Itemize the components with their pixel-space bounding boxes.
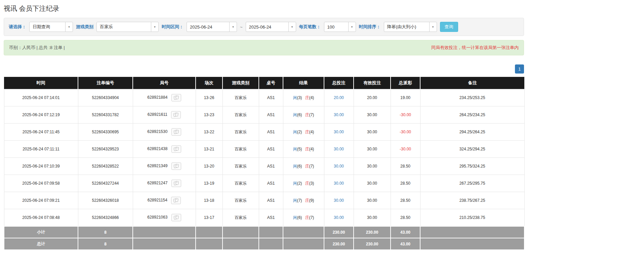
date-to-select[interactable]: 2025-06-24 ▾: [246, 22, 296, 32]
cell-result: 闲(6) 庄(7): [283, 106, 324, 124]
cell-bet-id: 522604324866: [78, 209, 133, 227]
round-id-text: 628921154: [148, 198, 167, 202]
view-result-button[interactable]: [171, 145, 181, 153]
cell-game-type: 百家乐: [223, 209, 259, 227]
cell-valid-bet: 30.00: [354, 141, 391, 158]
cards-icon: [174, 147, 179, 151]
cell-note: 295.75/324.25: [420, 158, 524, 175]
footer-cell: [223, 226, 259, 238]
search-button[interactable]: 查询: [440, 22, 458, 32]
view-result-button[interactable]: [171, 94, 181, 101]
footer-cell: 8: [78, 226, 133, 238]
mode-label: 请选择：: [9, 24, 26, 30]
cell-payout: -30.00: [391, 124, 420, 141]
column-header: 有效投注: [354, 77, 391, 89]
date-from-value: 2025-06-24: [187, 25, 215, 30]
cards-icon: [174, 95, 179, 100]
date-from-select[interactable]: 2025-06-24 ▾: [187, 22, 237, 32]
cards-icon: [173, 112, 178, 117]
total-bet-link[interactable]: 30.00: [334, 147, 344, 151]
view-result-button[interactable]: [171, 128, 181, 136]
cell-round-id: 628921438: [133, 141, 196, 158]
chevron-down-icon: ▾: [348, 22, 356, 32]
result-banker-score: (7): [309, 164, 314, 169]
cell-round-id: 628921247: [133, 175, 196, 192]
table-head: 时间注单编号局号场次游戏类别桌号结果总投注有效投注总派彩备注: [4, 77, 524, 89]
footer-cell: 43.00: [391, 238, 420, 249]
view-result-button[interactable]: [171, 163, 181, 170]
summary-bar: 币别：人民币 | 总共 :8 注单 | 同局有效投注，统一计算在该局第一张注单内: [4, 40, 524, 55]
cell-time: 2025-06-24 07:11:11: [4, 141, 78, 158]
cell-result: 闲(3) 庄(4): [283, 89, 324, 106]
per-page-select[interactable]: 100 ▾: [324, 22, 356, 32]
cell-valid-bet: 30.00: [354, 192, 391, 209]
game-type-select[interactable]: 百家乐 ▾: [96, 22, 159, 32]
cell-result: 闲(5) 庄(4): [283, 141, 324, 158]
column-header: 游戏类别: [223, 77, 259, 89]
cell-table-no: AS1: [259, 192, 283, 209]
total-bet-link[interactable]: 30.00: [334, 130, 344, 134]
cell-note: 294.25/264.25: [420, 124, 524, 141]
cell-table-no: AS1: [259, 89, 283, 106]
cards-icon: [173, 198, 178, 202]
table-row: 2025-06-24 07:11:45 522604330695 6289215…: [4, 124, 524, 141]
view-result-button[interactable]: [171, 180, 181, 187]
cell-round-id: 628921154: [133, 192, 196, 209]
cell-bet-id: 522604328522: [78, 158, 133, 175]
footer-cell: 8: [78, 238, 133, 249]
column-header: 总派彩: [391, 77, 420, 89]
total-bet-link[interactable]: 30.00: [334, 181, 344, 186]
cell-round-id: 628921884: [133, 89, 196, 106]
view-result-button[interactable]: [171, 197, 181, 204]
result-banker-score: (7): [309, 215, 314, 220]
total-bet-link[interactable]: 30.00: [334, 198, 344, 203]
total-bet-link[interactable]: 30.00: [334, 164, 344, 169]
table-row: 2025-06-24 07:10:39 522604328522 6289213…: [4, 158, 524, 175]
result-banker-label: 庄: [305, 112, 309, 117]
result-player-label: 闲: [293, 112, 297, 117]
view-result-button[interactable]: [171, 214, 181, 221]
result-player-label: 闲: [293, 95, 297, 100]
round-id-text: 628921247: [147, 181, 167, 185]
result-player-label: 闲: [293, 198, 297, 203]
cell-result: 闲(6) 庄(7): [283, 209, 324, 227]
query-mode-select[interactable]: 日期查询 ▾: [29, 22, 73, 32]
table-body: 2025-06-24 07:14:01 522604334904 6289218…: [4, 89, 524, 250]
table-row: 2025-06-24 07:14:01 522604334904 6289218…: [4, 89, 524, 106]
footer-cell: 小计: [4, 226, 78, 238]
footer-cell: [283, 238, 324, 249]
total-bet-link[interactable]: 30.00: [334, 215, 344, 220]
cell-result: 闲(2) 庄(3): [283, 175, 324, 192]
result-player-score: (2): [297, 130, 302, 134]
result-banker-score: (7): [309, 112, 314, 117]
column-header: 时间: [4, 77, 78, 89]
result-banker-score: (4): [309, 147, 314, 151]
cell-time: 2025-06-24 07:11:45: [4, 124, 78, 141]
cell-session: 13-23: [196, 106, 223, 124]
cell-valid-bet: 30.00: [354, 209, 391, 227]
result-banker-label: 庄: [305, 130, 309, 134]
table-row: 2025-06-24 07:12:19 522604331782 6289216…: [4, 106, 524, 124]
cell-table-no: AS1: [259, 175, 283, 192]
cell-round-id: 628921063: [133, 209, 196, 227]
game-type-value: 百家乐: [97, 24, 116, 30]
result-player-label: 闲: [293, 215, 297, 220]
sort-select[interactable]: 降幂(由大到小) ▾: [384, 22, 437, 32]
cell-table-no: AS1: [259, 124, 283, 141]
cell-valid-bet: 30.00: [354, 158, 391, 175]
total-bet-link[interactable]: 30.00: [334, 112, 344, 117]
result-banker-score: (4): [309, 95, 314, 100]
cell-time: 2025-06-24 07:14:01: [4, 89, 78, 106]
footer-cell: [283, 226, 324, 238]
page-button[interactable]: 1: [515, 64, 524, 74]
cell-game-type: 百家乐: [223, 192, 259, 209]
cell-session: 13-26: [196, 89, 223, 106]
result-banker-label: 庄: [305, 147, 309, 151]
chevron-down-icon: ▾: [229, 22, 237, 32]
footer-cell: 230.00: [324, 226, 354, 238]
total-bet-link[interactable]: 20.00: [334, 95, 344, 100]
cell-session: 13-21: [196, 141, 223, 158]
cell-bet-id: 522604334904: [78, 89, 133, 106]
cell-session: 13-17: [196, 209, 223, 227]
view-result-button[interactable]: [171, 111, 181, 119]
